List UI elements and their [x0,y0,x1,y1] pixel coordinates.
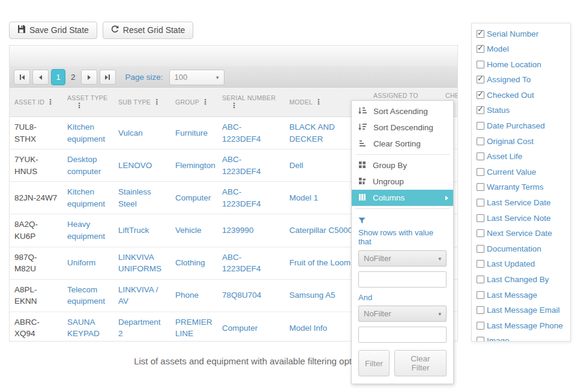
column-toggle-last-message-email[interactable]: Last Message Email [477,305,570,316]
column-toggle-clipped[interactable]: Image [477,336,570,342]
page-1-button[interactable]: 1 [51,69,65,85]
checkbox[interactable] [477,61,484,68]
checkbox[interactable] [477,91,484,99]
checkbox[interactable] [477,199,484,207]
checkbox[interactable] [477,291,484,299]
page-size-select[interactable]: 100 ▾ [169,70,224,85]
cell-asset-id: 7UL8-STHX [10,117,62,149]
column-menu-icon[interactable]: ⋮ [153,98,160,106]
menu-item-columns[interactable]: Columns [352,190,453,206]
checkbox[interactable] [477,168,484,176]
save-grid-state-label: Save Grid State [29,25,89,35]
cell-group: Clothing [170,247,217,279]
column-toggle-next-service-date[interactable]: Next Service Date [477,228,570,239]
cell-sub-type: LENOVO [113,149,170,181]
column-toggle-last-changed-by[interactable]: Last Changed By [477,274,570,285]
sort-descending-icon [358,123,367,133]
checkbox[interactable] [477,245,484,253]
checkbox[interactable] [477,76,484,83]
column-toggle-serial-number[interactable]: Serial Number [477,28,570,39]
first-page-icon [20,74,21,80]
column-header-sub-type[interactable]: SUB TYPE ⋮ [113,88,170,116]
last-page-icon [105,75,108,80]
cell-asset-type: SAUNA KEYPAD [62,312,113,342]
column-toggle-last-message[interactable]: Last Message [477,289,570,300]
next-page-button[interactable] [81,70,97,85]
column-menu-icon[interactable]: ⋮ [47,98,54,106]
checkbox[interactable] [477,137,484,145]
column-header-serial-number[interactable]: SERIAL NUMBER ⋮ [217,88,284,116]
grid-pager: 1 2 Page size: 100 ▾ [10,67,457,88]
column-toggle-checked-out[interactable]: Checked Out [477,89,570,100]
save-grid-state-button[interactable]: Save Grid State [9,22,97,39]
refresh-icon [111,25,119,35]
menu-item-group-by[interactable]: Group By [352,157,453,173]
cell-serial-number: ABC-1223DEF4 [217,149,284,181]
last-page-button[interactable] [100,70,116,85]
filter-value-input-2[interactable] [358,327,447,343]
checkbox[interactable] [477,276,484,283]
image-caption: List of assets and equipment with availa… [0,356,552,366]
menu-item-sort-descending[interactable]: Sort Descending [352,119,453,136]
column-toggle-home-location[interactable]: Home Location [477,59,570,70]
cell-sub-type: Stainless Steel [113,182,170,214]
checkbox[interactable] [477,122,484,130]
filter-button[interactable]: Filter [358,350,390,376]
checkbox[interactable] [477,30,484,38]
column-menu-icon[interactable]: ⋮ [76,101,83,110]
group-by-icon [358,161,366,170]
column-toggle-last-updated[interactable]: Last Updated [477,259,570,270]
checkbox[interactable] [477,106,484,114]
checkbox[interactable] [477,229,484,237]
column-menu-icon[interactable]: ⋮ [315,98,322,106]
column-toggle-last-message-phone[interactable]: Last Message Phone [477,320,570,331]
cell-asset-id: 8A2Q-KU6P [10,214,62,246]
column-toggle-date-purchased[interactable]: Date Purchased [477,121,570,131]
checkbox[interactable] [477,260,484,268]
page-2-button[interactable]: 2 [68,73,79,82]
column-header-asset-id[interactable]: ASSET ID ⋮ [10,88,62,116]
column-header-group[interactable]: GROUP ⋮ [170,88,217,116]
column-toggle-assigned-to[interactable]: Assigned To [477,74,570,85]
checkbox[interactable] [477,45,484,53]
menu-item-sort-ascending[interactable]: Sort Ascending [352,103,453,119]
filter-value-input-1[interactable] [358,271,447,288]
checkbox[interactable] [477,152,484,160]
cell-asset-id: ABRC-XQ94 [10,312,62,342]
checkbox[interactable] [477,337,484,342]
column-toggle-warranty-terms[interactable]: Warranty Terms [477,182,570,193]
cell-sub-type: Vulcan [113,117,170,149]
menu-item-ungroup[interactable]: Ungroup [352,173,453,190]
column-toggle-documentation[interactable]: Documentation [477,243,570,254]
menu-item-clear-sorting[interactable]: Clear Sorting [352,136,453,152]
column-menu-icon[interactable]: ⋮ [230,101,238,110]
column-toggle-model[interactable]: Model [477,44,570,55]
column-toggle-status[interactable]: Status [477,105,570,116]
caption-text: List of assets and equipment with availa… [134,356,380,366]
column-toggle-last-service-note[interactable]: Last Service Note [477,213,570,223]
filter-operator-select-1[interactable]: NoFilter ▾ [358,250,447,267]
column-toggle-asset-life[interactable]: Asset Life [477,151,570,162]
column-header-asset-type[interactable]: ASSET TYPE ⋮ [62,88,113,116]
checkbox[interactable] [477,214,484,222]
cell-sub-type: Department 2 [113,312,170,342]
checkbox[interactable] [477,322,484,330]
cell-group: Flemington [170,149,217,181]
columns-icon [358,193,366,203]
column-toggle-last-service-date[interactable]: Last Service Date [477,198,570,208]
column-menu-icon[interactable]: ⋮ [202,98,209,106]
ungroup-icon [358,177,366,187]
previous-page-button[interactable] [32,70,49,85]
clear-filter-button[interactable]: Clear Filter [394,350,447,376]
checkbox[interactable] [477,306,484,314]
filter-operator-select-2[interactable]: NoFilter ▾ [358,306,447,322]
column-toggle-current-value[interactable]: Current Value [477,166,570,177]
sort-ascending-icon [358,107,367,116]
first-page-button[interactable] [14,70,30,85]
reset-grid-state-button[interactable]: Reset Grid State [103,22,194,39]
column-toggle-original-cost[interactable]: Original Cost [477,136,570,146]
filter-funnel-icon [358,216,366,226]
cell-asset-type: Kitchen equipment [62,182,113,214]
grid-state-toolbar: Save Grid State Reset Grid State [9,22,193,39]
checkbox[interactable] [477,183,484,191]
